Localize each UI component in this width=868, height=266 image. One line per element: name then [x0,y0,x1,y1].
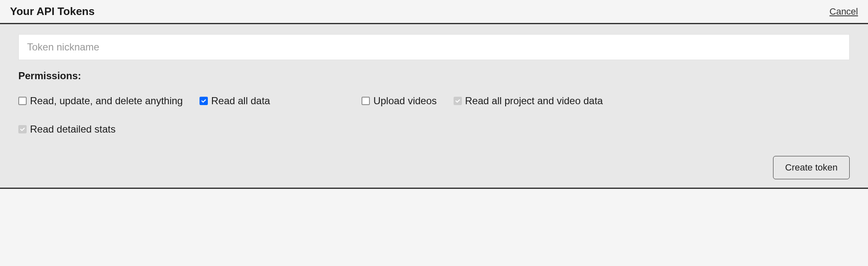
checkbox-upload-videos[interactable] [362,97,370,105]
form-footer: Create token [18,156,850,179]
checkbox-read-all-data[interactable] [200,97,208,105]
panel-header: Your API Tokens Cancel [0,0,868,24]
permission-label: Read all project and video data [465,95,603,107]
permission-item-read-project-video: Read all project and video data [454,95,603,107]
permissions-heading: Permissions: [18,70,850,82]
permission-item-read-detailed-stats: Read detailed stats [18,123,115,135]
panel-title: Your API Tokens [10,5,95,18]
permission-label: Upload videos [373,95,436,107]
checkmark-icon [20,126,25,132]
checkbox-read-update-delete[interactable] [18,97,27,105]
permissions-row-2: Read detailed stats [18,123,850,143]
checkmark-icon [455,98,461,104]
permission-item-read-update-delete: Read, update, and delete anything [18,95,183,107]
permission-label: Read, update, and delete anything [30,95,183,107]
permission-item-read-all-data: Read all data [200,95,270,107]
panel-content: Permissions: Read, update, and delete an… [0,24,868,189]
checkmark-icon [201,98,207,104]
api-tokens-panel: Your API Tokens Cancel Permissions: Read… [0,0,868,189]
checkbox-read-detailed-stats [18,125,27,133]
create-token-button[interactable]: Create token [773,156,850,179]
token-nickname-input[interactable] [18,34,850,60]
permissions-row-1: Read, update, and delete anything Read a… [18,95,850,115]
checkbox-read-project-video [454,97,462,105]
permission-item-upload-videos: Upload videos [362,95,436,107]
permission-label: Read all data [211,95,270,107]
permission-label: Read detailed stats [30,123,115,135]
cancel-link[interactable]: Cancel [830,6,858,17]
